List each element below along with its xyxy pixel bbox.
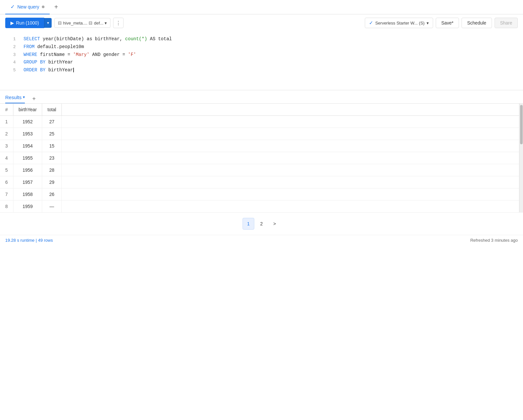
serverless-check-icon: ✓ — [369, 20, 373, 26]
cell-row-num: 6 — [0, 176, 13, 188]
cell-empty — [61, 176, 523, 188]
line-number-2: 2 — [5, 44, 16, 51]
more-icon: ⋮ — [116, 20, 121, 26]
code-editor[interactable]: 1 SELECT year(birthDate) as birthYear, c… — [0, 31, 523, 90]
new-query-tab[interactable]: ✓ New query — [5, 0, 50, 14]
line-number-4: 4 — [5, 59, 16, 66]
catalog-label: hive_meta.... — [63, 21, 87, 26]
cell-total: 28 — [42, 164, 61, 176]
line-number-3: 3 — [5, 51, 16, 59]
code-content-5: ORDER BY birthYear — [24, 66, 518, 74]
results-tab-label: Results — [5, 95, 22, 100]
database-selector[interactable]: ⊟ hive_meta.... ⊟ def... ▾ — [54, 18, 110, 28]
tab-bar: ✓ New query + — [0, 0, 523, 14]
run-label: Run (1000) — [16, 20, 39, 26]
db-chevron-icon: ▾ — [105, 21, 107, 26]
cell-total: 29 — [42, 176, 61, 188]
table-row: 2195325 — [0, 128, 523, 140]
cell-empty — [61, 116, 523, 128]
line-number-1: 1 — [5, 36, 16, 43]
refresh-status: Refreshed 3 minutes ago — [470, 238, 518, 243]
cell-total: — — [42, 201, 61, 213]
col-header-birthyear: birthYear — [13, 104, 42, 116]
cell-birthyear: 1959 — [13, 201, 42, 213]
cell-birthyear: 1957 — [13, 176, 42, 188]
cell-total: 26 — [42, 188, 61, 201]
run-button-group: ▶ Run (1000) ▾ — [5, 18, 52, 28]
cell-empty — [61, 140, 523, 152]
table-row: 3195415 — [0, 140, 523, 152]
serverless-selector[interactable]: ✓ Serverless Starter W... (S) ▾ — [365, 18, 433, 28]
code-content-4: GROUP BY birthYear — [24, 59, 518, 66]
code-line-3: 3 WHERE firstName = 'Mary' AND gender = … — [0, 51, 523, 59]
results-table-wrapper: # birthYear total 1195227219532531954154… — [0, 104, 523, 212]
cell-birthyear: 1953 — [13, 128, 42, 140]
more-options-button[interactable]: ⋮ — [113, 18, 124, 28]
col-header-num: # — [0, 104, 13, 116]
cell-total: 25 — [42, 128, 61, 140]
cell-birthyear: 1954 — [13, 140, 42, 152]
page-button-1[interactable]: 1 — [243, 218, 254, 230]
results-chevron-icon: ▾ — [23, 95, 25, 99]
cell-row-num: 4 — [0, 152, 13, 164]
page-button-2[interactable]: 2 — [256, 218, 267, 230]
schema-icon: ⊟ — [89, 20, 93, 26]
table-row: 81959— — [0, 201, 523, 213]
add-tab-button[interactable]: + — [51, 2, 61, 12]
add-results-tab-button[interactable]: + — [29, 94, 39, 103]
cell-empty — [61, 128, 523, 140]
cell-empty — [61, 201, 523, 213]
runtime-status: 19.28 s runtime | 49 rows — [5, 238, 53, 243]
vertical-scrollbar[interactable] — [519, 104, 523, 212]
status-bar: 19.28 s runtime | 49 rows Refreshed 3 mi… — [0, 235, 523, 245]
run-button[interactable]: ▶ Run (1000) — [5, 18, 44, 28]
table-header-row: # birthYear total — [0, 104, 523, 116]
code-content-3: WHERE firstName = 'Mary' AND gender = 'F… — [24, 51, 518, 59]
cell-row-num: 7 — [0, 188, 13, 201]
tab-unsaved-dot — [42, 6, 44, 8]
page-next-button[interactable]: > — [269, 218, 280, 230]
cell-empty — [61, 164, 523, 176]
pagination: 1 2 > — [0, 212, 523, 235]
code-line-1: 1 SELECT year(birthDate) as birthYear, c… — [0, 35, 523, 43]
code-line-4: 4 GROUP BY birthYear — [0, 59, 523, 66]
code-content-1: SELECT year(birthDate) as birthYear, cou… — [24, 35, 518, 43]
share-button[interactable]: Share — [495, 18, 518, 28]
cell-total: 23 — [42, 152, 61, 164]
code-line-5: 5 ORDER BY birthYear — [0, 66, 523, 74]
code-line-2: 2 FROM default.people10m — [0, 43, 523, 51]
catalog-icon: ⊟ — [58, 20, 62, 26]
cell-empty — [61, 152, 523, 164]
schema-label: def... — [94, 21, 103, 26]
run-dropdown-icon: ▾ — [47, 21, 49, 25]
serverless-label: Serverless Starter W... (S) — [375, 21, 425, 26]
save-button[interactable]: Save* — [436, 18, 459, 28]
text-cursor — [73, 68, 74, 72]
run-play-icon: ▶ — [10, 20, 14, 26]
toolbar: ▶ Run (1000) ▾ ⊟ hive_meta.... ⊟ def... … — [0, 14, 523, 31]
schedule-button[interactable]: Schedule — [462, 18, 492, 28]
cell-total: 27 — [42, 116, 61, 128]
tab-label: New query — [17, 4, 39, 9]
col-header-empty — [61, 104, 523, 116]
cell-row-num: 5 — [0, 164, 13, 176]
cell-row-num: 8 — [0, 201, 13, 213]
table-row: 1195227 — [0, 116, 523, 128]
results-tab[interactable]: Results ▾ — [5, 95, 25, 103]
results-bar: Results ▾ + — [0, 90, 523, 103]
tab-check-icon: ✓ — [10, 4, 15, 10]
cell-birthyear: 1958 — [13, 188, 42, 201]
cell-birthyear: 1955 — [13, 152, 42, 164]
cell-birthyear: 1952 — [13, 116, 42, 128]
table-row: 7195826 — [0, 188, 523, 201]
table-row: 4195523 — [0, 152, 523, 164]
run-dropdown-button[interactable]: ▾ — [44, 18, 52, 28]
scrollbar-thumb[interactable] — [520, 105, 523, 144]
cell-birthyear: 1956 — [13, 164, 42, 176]
code-content-2: FROM default.people10m — [24, 43, 518, 51]
cell-row-num: 1 — [0, 116, 13, 128]
table-row: 5195628 — [0, 164, 523, 176]
col-header-total: total — [42, 104, 61, 116]
table-row: 6195729 — [0, 176, 523, 188]
cell-empty — [61, 188, 523, 201]
